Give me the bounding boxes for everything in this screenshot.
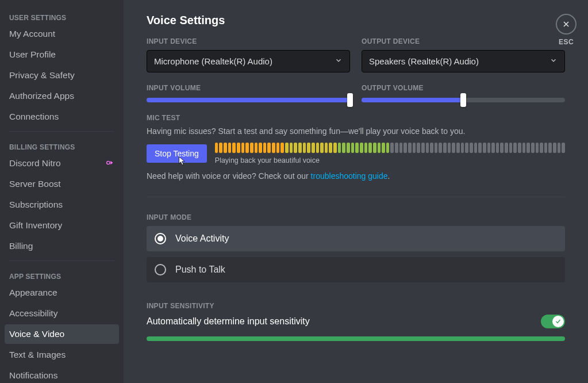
sidebar-divider [9, 131, 114, 132]
input-sensitivity-label: INPUT SENSITIVITY [147, 302, 565, 310]
output-device-select[interactable]: Speakers (Realtek(R) Audio) [362, 50, 565, 72]
input-device-select[interactable]: Microphone (Realtek(R) Audio) [147, 50, 350, 72]
sidebar-header-app: APP SETTINGS [5, 266, 119, 283]
close-icon [562, 20, 571, 29]
sidebar-item-server-boost[interactable]: Server Boost [5, 174, 119, 194]
nitro-icon [105, 158, 114, 168]
sidebar-item-gift-inventory[interactable]: Gift Inventory [5, 216, 119, 235]
troubleshooting-link[interactable]: troubleshooting guide [311, 171, 388, 181]
mic-level-meter: Playing back your beautiful voice [215, 143, 565, 164]
output-volume-slider[interactable] [362, 98, 565, 102]
stop-testing-button[interactable]: Stop Testing [147, 144, 207, 163]
slider-thumb[interactable] [347, 93, 353, 107]
output-device-label: OUTPUT DEVICE [362, 37, 565, 45]
main-content: ESC Voice Settings INPUT DEVICE Micropho… [124, 0, 588, 383]
radio-icon [155, 233, 166, 244]
playback-text: Playing back your beautiful voice [215, 156, 565, 164]
sidebar-item-appearance[interactable]: Appearance [5, 283, 119, 302]
page-title: Voice Settings [147, 14, 565, 27]
auto-sensitivity-label: Automatically determine input sensitivit… [147, 316, 310, 327]
sidebar-header-user: USER SETTINGS [5, 7, 119, 24]
toggle-knob [552, 316, 564, 327]
cursor-icon [176, 156, 187, 166]
section-divider [147, 197, 565, 197]
settings-sidebar: USER SETTINGS My Account User Profile Pr… [0, 0, 124, 383]
sidebar-item-text-images[interactable]: Text & Images [5, 345, 119, 365]
mic-test-desc: Having mic issues? Start a test and say … [147, 127, 565, 136]
input-volume-slider[interactable] [147, 98, 350, 102]
mic-help-text: Need help with voice or video? Check out… [147, 171, 565, 181]
chevron-down-icon [549, 56, 558, 66]
output-volume-label: OUTPUT VOLUME [362, 84, 565, 92]
mic-test-label: MIC TEST [147, 114, 565, 122]
chevron-down-icon [335, 56, 343, 66]
esc-label: ESC [556, 38, 577, 46]
input-mode-label: INPUT MODE [147, 213, 565, 221]
sidebar-divider [9, 261, 114, 261]
sidebar-item-authorized-apps[interactable]: Authorized Apps [5, 86, 119, 106]
sidebar-item-subscriptions[interactable]: Subscriptions [5, 195, 119, 215]
sidebar-item-voice-video[interactable]: Voice & Video [5, 324, 119, 344]
slider-thumb[interactable] [460, 93, 466, 107]
sidebar-item-notifications[interactable]: Notifications [5, 366, 119, 383]
sidebar-item-my-account[interactable]: My Account [5, 24, 119, 44]
input-mode-push-to-talk[interactable]: Push to Talk [147, 257, 565, 282]
input-mode-voice-activity[interactable]: Voice Activity [147, 226, 565, 251]
sidebar-item-billing[interactable]: Billing [5, 236, 119, 256]
auto-sensitivity-toggle[interactable] [541, 315, 565, 328]
sidebar-item-privacy-safety[interactable]: Privacy & Safety [5, 66, 119, 85]
check-icon [555, 318, 562, 325]
input-volume-label: INPUT VOLUME [147, 84, 350, 92]
sidebar-item-user-profile[interactable]: User Profile [5, 45, 119, 64]
sidebar-header-billing: BILLING SETTINGS [5, 136, 119, 154]
sensitivity-bar [147, 336, 565, 341]
radio-icon [155, 264, 166, 275]
sidebar-item-connections[interactable]: Connections [5, 107, 119, 127]
close-area: ESC [556, 14, 577, 46]
sidebar-item-discord-nitro[interactable]: Discord Nitro [5, 154, 119, 173]
close-button[interactable] [556, 14, 577, 35]
sidebar-item-accessibility[interactable]: Accessibility [5, 304, 119, 323]
input-device-label: INPUT DEVICE [147, 37, 350, 45]
